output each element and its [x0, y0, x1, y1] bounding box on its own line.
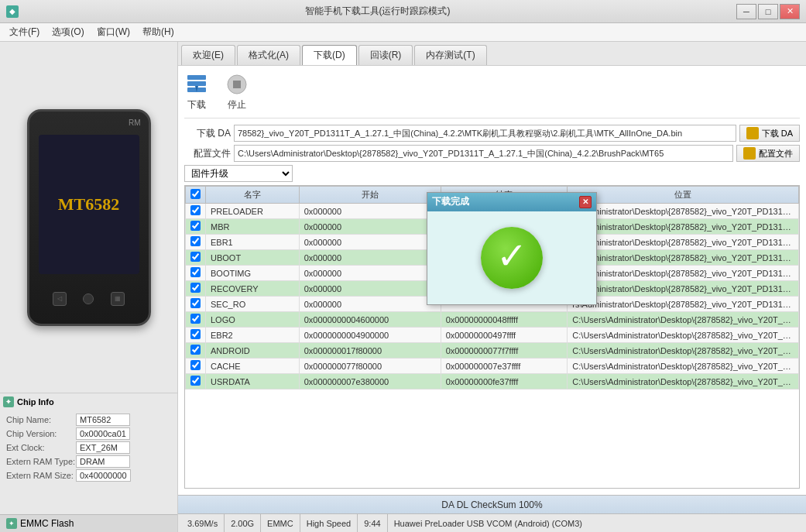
download-complete-dialog: 下载完成 ✕ ✓ — [427, 192, 597, 305]
cell-start: 0x000000 — [299, 219, 441, 235]
dialog-body: ✓ — [427, 211, 596, 304]
row-checkbox[interactable] — [190, 314, 201, 324]
chip-row-ramtype: Extern RAM Type: DRAM — [6, 455, 171, 468]
row-checkbox[interactable] — [190, 329, 201, 339]
firmware-dropdown[interactable]: 固件升级 — [184, 165, 293, 182]
row-checkbox[interactable] — [190, 283, 201, 293]
row-checkbox[interactable] — [190, 267, 201, 277]
status-bar: DA DL CheckSum 100% — [178, 495, 806, 513]
cell-start: 0x000000 — [299, 204, 441, 219]
col-location: 位置 — [568, 187, 799, 204]
cell-name: EBR1 — [206, 235, 300, 250]
app-icon: ◆ — [6, 5, 19, 18]
cell-start: 0x000000 — [299, 250, 441, 266]
cell-start: 0x000000017f80000 — [299, 343, 441, 359]
menu-window[interactable]: 窗口(W) — [91, 24, 136, 40]
dialog-title-bar: 下载完成 ✕ — [427, 193, 596, 211]
row-checkbox[interactable] — [190, 376, 201, 386]
tab-download[interactable]: 下载(D) — [302, 45, 357, 65]
cell-name: CACHE — [206, 359, 300, 374]
cell-location: rs\Administrator\Desktop\{2878582}_vivo_… — [568, 250, 799, 266]
phone-container: RM MT6582 ◁ ▦ — [0, 42, 177, 393]
config-browse-button[interactable]: 配置文件 — [736, 145, 800, 162]
device-segment: Huawei PreLoader USB VCOM (Android) (COM… — [388, 514, 803, 532]
cell-start: 0x000000077f80000 — [299, 359, 441, 374]
tab-readback[interactable]: 回读(R) — [358, 45, 413, 65]
close-button[interactable]: ✕ — [780, 4, 800, 19]
stop-button[interactable]: 停止 — [225, 72, 249, 112]
dialog-close-button[interactable]: ✕ — [579, 196, 592, 208]
cell-location: rs\Administrator\Desktop\{2878582}_vivo_… — [568, 281, 799, 297]
cell-name: ANDROID — [206, 343, 300, 359]
row-checkbox[interactable] — [190, 221, 201, 231]
menu-options[interactable]: 选项(O) — [46, 24, 90, 40]
cell-end: 0x00000000fe37ffff — [441, 374, 568, 390]
emmc-icon: ✦ — [6, 518, 17, 529]
speed-segment: 3.69M/s — [181, 514, 225, 532]
row-checkbox[interactable] — [190, 236, 201, 246]
cell-end: 0x00000000497ffff — [441, 328, 568, 343]
cell-start: 0x000000 — [299, 266, 441, 281]
cell-location: C:\Users\Administrator\Desktop\{2878582}… — [568, 343, 799, 359]
da-folder-icon — [746, 127, 759, 139]
config-row: 配置文件 配置文件 — [184, 145, 800, 162]
cell-start: 0x0000000004600000 — [299, 312, 441, 328]
maximize-button[interactable]: □ — [758, 4, 778, 19]
download-button[interactable]: 下载 — [184, 72, 209, 112]
chip-label-name: Chip Name: — [6, 415, 76, 424]
cell-location: C:\Users\Administrator\Desktop\{2878582}… — [568, 359, 799, 374]
row-checkbox[interactable] — [190, 252, 201, 262]
cell-start: 0x0000000004900000 — [299, 328, 441, 343]
menu-file[interactable]: 文件(F) — [3, 24, 46, 40]
phone-back-btn: ◁ — [53, 292, 67, 306]
table-row: ANDROID0x000000017f800000x0000000077f7ff… — [186, 343, 799, 359]
cell-location: C:\Users\Administrator\Desktop\{2878582}… — [568, 374, 799, 390]
config-btn-label: 配置文件 — [759, 148, 793, 160]
phone-brand: MT6582 — [58, 194, 119, 215]
menu-help[interactable]: 帮助(H) — [136, 24, 180, 40]
phone-menu-btn: ▦ — [111, 292, 125, 306]
chip-value-ramsize: 0x40000000 — [76, 469, 131, 482]
row-checkbox[interactable] — [190, 360, 201, 370]
cell-name: UBOOT — [206, 250, 300, 266]
cell-name: RECOVERY — [206, 281, 300, 297]
cell-start: 0x000000 — [299, 235, 441, 250]
phone-bottom: ◁ ▦ — [29, 274, 149, 324]
cell-location: C:\Users\Administrator\Desktop\{2878582}… — [568, 328, 799, 343]
cell-location: rs\Administrator\Desktop\{2878582}_vivo_… — [568, 204, 799, 219]
minimize-button[interactable]: ─ — [736, 4, 756, 19]
download-icon — [184, 72, 209, 97]
select-all-checkbox[interactable] — [190, 189, 201, 199]
tab-welcome[interactable]: 欢迎(E) — [181, 45, 235, 65]
cell-location: rs\Administrator\Desktop\{2878582}_vivo_… — [568, 266, 799, 281]
chip-value-version: 0x0000ca01 — [76, 427, 130, 440]
speed2-segment: High Speed — [300, 514, 358, 532]
cell-location: rs\Administrator\Desktop\{2878582}_vivo_… — [568, 235, 799, 250]
config-input[interactable] — [234, 145, 733, 162]
phone-screen: MT6582 — [39, 135, 139, 274]
table-row: USRDATA0x000000007e3800000x00000000fe37f… — [186, 374, 799, 390]
svg-rect-5 — [233, 81, 241, 88]
table-row: CACHE0x000000077f800000x000000007e37ffff… — [186, 359, 799, 374]
col-name: 名字 — [206, 187, 300, 204]
chip-info-scroll[interactable]: Chip Name: MT6582 Chip Version: 0x0000ca… — [3, 410, 174, 511]
svg-rect-0 — [187, 75, 206, 80]
check-icon: ✓ — [496, 238, 527, 275]
phone-top-bar: RM — [29, 112, 149, 135]
config-folder-icon — [743, 147, 756, 160]
row-checkbox[interactable] — [190, 298, 201, 308]
status-text: DA DL CheckSum 100% — [441, 499, 542, 510]
bottom-bar: 3.69M/s 2.00G EMMC High Speed 9:44 Huawe… — [178, 513, 806, 532]
da-btn-label: 下载 DA — [762, 128, 793, 139]
tab-format[interactable]: 格式化(A) — [237, 45, 300, 65]
cell-start: 0x000000 — [299, 281, 441, 297]
da-browse-button[interactable]: 下载 DA — [739, 125, 800, 142]
chip-info-title: Chip Info — [17, 397, 54, 407]
da-input[interactable] — [234, 125, 736, 142]
row-checkbox[interactable] — [190, 205, 201, 215]
tab-memtest[interactable]: 内存测试(T) — [414, 45, 486, 65]
cell-name: EBR2 — [206, 328, 300, 343]
svg-rect-1 — [187, 81, 206, 86]
row-checkbox[interactable] — [190, 345, 201, 355]
chip-info-header: ✦ Chip Info — [3, 396, 174, 407]
